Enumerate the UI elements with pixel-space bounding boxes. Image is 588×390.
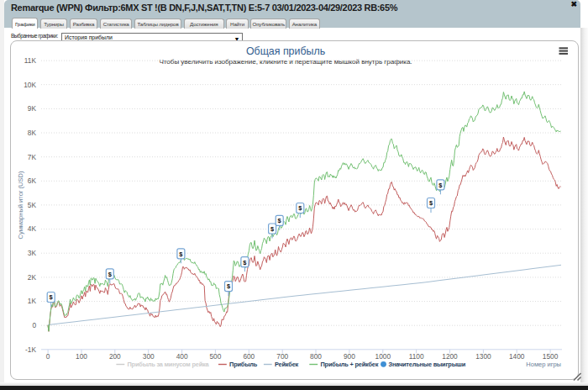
svg-text:Номер игры: Номер игры [526,361,561,368]
svg-text:7K: 7K [28,153,37,161]
svg-text:1200: 1200 [442,352,458,361]
svg-text:0: 0 [46,352,50,361]
svg-text:300: 300 [143,352,155,361]
svg-text:600: 600 [243,352,255,361]
svg-text:Прибыль + рейкбек: Прибыль + рейкбек [321,361,379,368]
svg-text:8K: 8K [28,129,37,137]
svg-text:1100: 1100 [409,352,424,361]
svg-text:1300: 1300 [475,352,491,361]
svg-text:10K: 10K [24,81,36,89]
svg-text:500: 500 [209,352,221,361]
svg-text:4K: 4K [28,224,37,233]
svg-text:6K: 6K [28,177,37,185]
svg-text:-1K: -1K [25,345,36,354]
svg-text:Рейкбек: Рейкбек [275,361,299,368]
svg-text:400: 400 [176,352,188,361]
svg-text:900: 900 [344,352,355,361]
svg-text:1K: 1K [28,297,37,305]
svg-text:1500: 1500 [543,352,559,361]
svg-text:11K: 11K [24,56,37,65]
svg-text:5K: 5K [28,201,37,209]
svg-text:9K: 9K [28,104,37,113]
svg-text:1400: 1400 [509,352,525,361]
svg-text:Прибыль: Прибыль [229,361,258,368]
svg-text:200: 200 [109,352,121,361]
svg-text:Прибыль за минусом рейка: Прибыль за минусом рейка [128,361,210,368]
svg-text:700: 700 [276,352,288,361]
svg-text:0: 0 [32,321,36,329]
svg-text:3K: 3K [28,249,37,257]
svg-text:Суммарный итог (USD): Суммарный итог (USD) [17,171,24,239]
svg-text:2K: 2K [28,273,37,282]
svg-text:Значительные выигрыши: Значительные выигрыши [389,361,466,368]
svg-text:100: 100 [76,352,87,361]
svg-text:800: 800 [310,352,322,361]
svg-text:1000: 1000 [375,352,391,361]
